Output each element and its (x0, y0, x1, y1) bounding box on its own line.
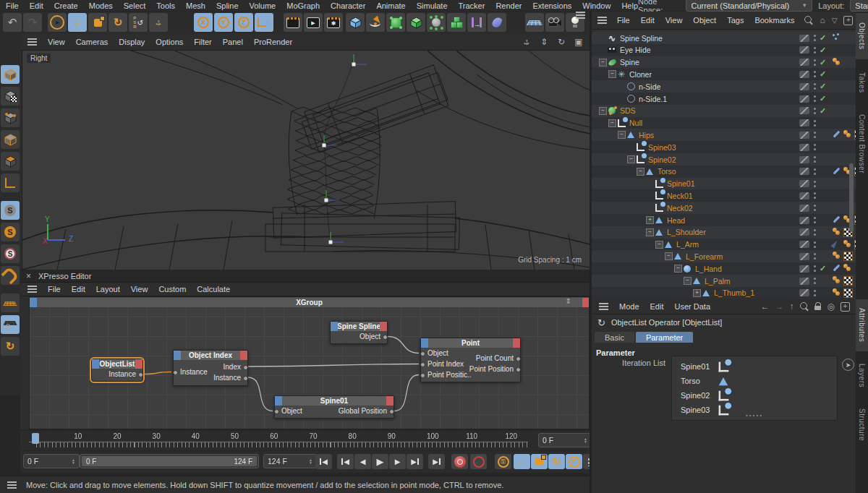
move-button[interactable]: ↔↕ (68, 13, 87, 32)
ik-tag-icon[interactable] (830, 239, 838, 248)
visibility-dots[interactable] (814, 205, 816, 211)
history-back-icon[interactable]: ← (761, 301, 770, 312)
object-row-n-side-1[interactable]: n-Side.1✓ (592, 93, 856, 105)
xgroup-header[interactable]: XGroup ↔↕ ⇕ (30, 298, 589, 307)
hamburger-icon[interactable] (597, 302, 609, 311)
side-tab-structure[interactable]: Structure (856, 400, 868, 450)
side-tab-takes[interactable]: Takes (856, 67, 868, 98)
port-dot[interactable] (274, 409, 279, 414)
viewport-menu-filter[interactable]: Filter (194, 38, 211, 46)
iteration-list-item[interactable]: Torso (672, 374, 837, 388)
visibility-dots[interactable] (814, 144, 816, 150)
side-tab-attributes[interactable]: Attributes (856, 299, 868, 351)
xpresso-menu-calculate[interactable]: Calculate (197, 285, 230, 293)
visibility-dots[interactable] (814, 120, 816, 127)
render-view-button[interactable] (284, 13, 302, 32)
node-input-port[interactable]: Object (281, 406, 302, 416)
tab-basic[interactable]: Basic (595, 332, 634, 343)
menu-create[interactable]: Create (54, 1, 78, 10)
weight-tag-icon[interactable] (843, 252, 853, 261)
viewport-menu-options[interactable]: Options (156, 38, 183, 46)
object-manager-menu-bookmarks[interactable]: Bookmarks (754, 16, 794, 25)
ffd-deformer-button[interactable] (427, 13, 446, 32)
menu-mesh[interactable]: Mesh (186, 1, 205, 10)
visibility-dots[interactable] (814, 71, 816, 77)
workplane-lock-button[interactable] (1, 315, 20, 334)
record-button[interactable] (451, 454, 468, 469)
pose-tag-icon[interactable] (833, 130, 841, 139)
side-tab-content-browser[interactable]: Content Browser (856, 104, 868, 184)
enabled-check-icon[interactable]: ✓ (820, 58, 826, 67)
phong-tag-icon[interactable] (843, 130, 853, 139)
layer-toggle[interactable] (799, 217, 809, 224)
next-key-button[interactable]: ▶ (407, 454, 423, 469)
end-frame-field[interactable]: 124 F ▲▼ (263, 454, 317, 468)
object-row-n-side[interactable]: n-Side✓ (592, 80, 856, 93)
layer-toggle[interactable] (799, 278, 809, 285)
enabled-check-icon[interactable]: ✓ (820, 82, 826, 91)
phong-tag-icon[interactable] (833, 288, 842, 297)
object-row-neck01[interactable]: Neck01 (592, 189, 856, 202)
parent-icon[interactable]: ↑ (790, 301, 794, 312)
expand-toggle[interactable]: − (608, 119, 616, 127)
object-row-head[interactable]: +Head (592, 214, 856, 226)
expand-toggle[interactable]: + (646, 216, 654, 224)
visibility-dots[interactable] (814, 278, 816, 284)
enabled-check-icon[interactable]: ✓ (820, 264, 826, 273)
add-cube-button[interactable] (346, 13, 365, 32)
redo-button[interactable]: ↷ (23, 13, 42, 32)
lock-icon[interactable] (814, 302, 822, 311)
attribute-menu-edit[interactable]: Edit (650, 302, 664, 311)
light-button[interactable] (566, 13, 584, 32)
viewport-menu-panel[interactable]: Panel (223, 38, 243, 46)
goto-start-button[interactable]: ◀ (315, 454, 332, 469)
port-dot[interactable] (138, 372, 143, 377)
port-dot[interactable] (420, 373, 425, 378)
point-mode-button[interactable] (1, 108, 20, 127)
node-output-port[interactable]: Object (359, 332, 380, 342)
expand-toggle[interactable]: − (637, 168, 644, 176)
attribute-menu-user-data[interactable]: User Data (675, 302, 711, 311)
layer-toggle[interactable] (799, 119, 809, 127)
object-row-eye-hide[interactable]: Eye Hide✓ (592, 44, 856, 56)
object-row-l-palm[interactable]: −L_Palm (592, 275, 856, 287)
floor-button[interactable] (525, 13, 544, 32)
node-input-port[interactable]: Object (427, 348, 448, 359)
axis-mode-button[interactable] (1, 173, 20, 192)
layer-toggle[interactable] (799, 192, 809, 200)
menu-render[interactable]: Render (495, 1, 522, 10)
key-rotation-button[interactable]: ↻ (548, 454, 565, 469)
node-output-port[interactable]: Global Position (339, 406, 387, 416)
object-row-spine03[interactable]: Spine03 (592, 141, 856, 153)
visibility-dots[interactable] (814, 229, 816, 236)
expand-toggle[interactable]: − (599, 107, 607, 115)
object-row-spine02[interactable]: −Spine02 (592, 153, 856, 166)
search-icon[interactable] (804, 16, 813, 25)
layout-dropdown[interactable]: Startup▼ (850, 0, 868, 12)
key-scale-button[interactable] (531, 454, 548, 469)
phong-tag-icon[interactable] (833, 58, 842, 67)
layer-toggle[interactable] (799, 289, 809, 296)
menu-help[interactable]: Help (621, 1, 638, 10)
workplane-button[interactable] (1, 293, 20, 312)
phong-tag-icon[interactable] (833, 252, 842, 260)
node-output-port[interactable]: Point Position (469, 364, 514, 374)
viewport-canvas[interactable]: Right Y X Z Grid Spacing : 1 cm (22, 50, 590, 270)
menu-tracker[interactable]: Tracker (459, 1, 485, 10)
visibility-dots[interactable] (814, 132, 816, 138)
expand-toggle[interactable]: − (627, 155, 635, 163)
history-forward-icon[interactable]: → (775, 301, 784, 312)
layer-toggle[interactable] (799, 95, 809, 103)
hamburger-icon[interactable] (597, 16, 607, 25)
visibility-dots[interactable] (814, 217, 816, 223)
instance-button[interactable] (407, 13, 425, 32)
object-row-l-arm[interactable]: −L_Arm (592, 239, 856, 251)
visibility-dots[interactable] (814, 83, 816, 90)
expand-toggle[interactable]: − (684, 277, 692, 285)
maximize-icon[interactable]: ▣ (574, 37, 584, 47)
subdivision-surface-button[interactable] (386, 13, 405, 32)
point-tag-icon[interactable] (833, 33, 841, 42)
magnet-button[interactable] (1, 266, 20, 285)
menu-tools[interactable]: Tools (156, 1, 175, 10)
node-input-port[interactable]: Instance (180, 367, 208, 377)
